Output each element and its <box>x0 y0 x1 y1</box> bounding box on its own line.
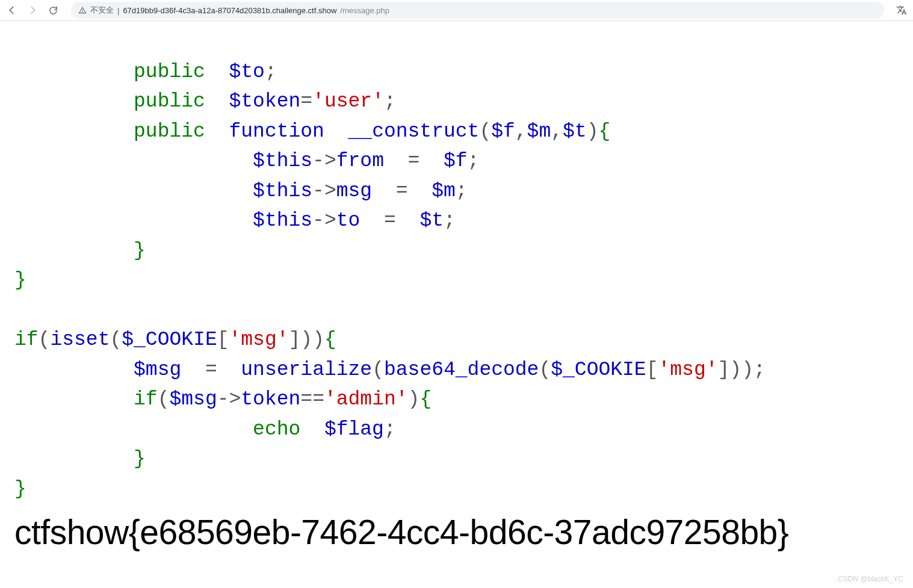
forward-button[interactable] <box>25 3 40 17</box>
code-line: } <box>14 448 146 470</box>
insecure-warning-icon <box>78 6 87 14</box>
watermark-text: CSDN @blackK_YC <box>838 575 903 583</box>
address-bar[interactable]: 不安全 | 67d19bb9-d36f-4c3a-a12a-87074d2038… <box>71 2 884 19</box>
code-line <box>14 299 26 321</box>
url-host: 67d19bb9-d36f-4c3a-a12a-87074d20381b.cha… <box>123 6 336 15</box>
reload-button[interactable] <box>46 3 60 17</box>
code-line: } <box>14 240 146 262</box>
url-path: /message.php <box>340 6 389 15</box>
code-line: public function __construct($f,$m,$t){ <box>14 120 610 143</box>
code-line: public $token='user'; <box>14 90 396 113</box>
code-content: public $to; public $token='user'; public… <box>0 21 913 504</box>
flag-output: ctfshow{e68569eb-7462-4cc4-bd6c-37adc972… <box>0 512 913 552</box>
code-line: if(isset($_COOKIE['msg'])){ <box>14 329 336 351</box>
code-line: if($msg->token=='admin'){ <box>14 388 432 410</box>
code-line: public $to; <box>14 61 277 83</box>
code-line: } <box>14 269 26 291</box>
code-line: $msg = unserialize(base64_decode($_COOKI… <box>14 359 766 381</box>
url-separator: | <box>117 6 119 15</box>
browser-toolbar: 不安全 | 67d19bb9-d36f-4c3a-a12a-87074d2038… <box>0 0 913 21</box>
insecure-label: 不安全 <box>90 5 114 16</box>
code-line: echo $flag; <box>14 418 396 441</box>
translate-icon[interactable] <box>895 4 908 17</box>
code-line: } <box>14 478 26 500</box>
code-line: $this->to = $t; <box>14 209 456 232</box>
code-line: $this->from = $f; <box>14 150 479 172</box>
code-line: $this->msg = $m; <box>14 180 468 202</box>
back-button[interactable] <box>5 3 19 17</box>
